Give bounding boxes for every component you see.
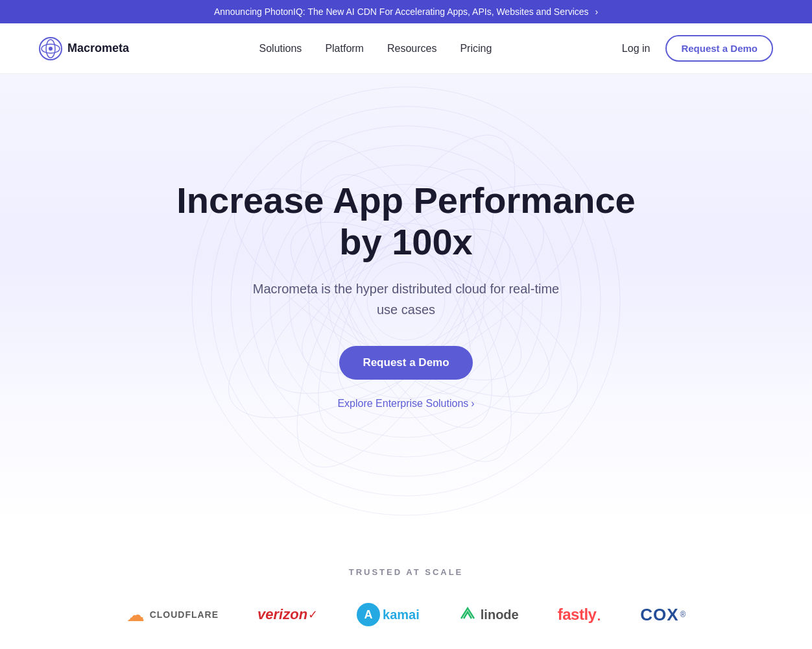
hero-explore-label: Explore Enterprise Solutions <box>337 398 468 409</box>
navbar: Macrometa Solutions Platform Resources P… <box>0 23 812 74</box>
nav-link-platform[interactable]: Platform <box>325 43 364 54</box>
announcement-banner[interactable]: Announcing PhotonIQ: The New AI CDN For … <box>0 0 812 23</box>
cox-trademark: ® <box>680 610 686 619</box>
trusted-label: TRUSTED AT SCALE <box>39 567 773 577</box>
announcement-text: Announcing PhotonIQ: The New AI CDN For … <box>214 6 589 17</box>
macrometa-logo-icon <box>39 37 62 60</box>
nav-links: Solutions Platform Resources Pricing <box>259 43 492 55</box>
verizon-checkmark: ✓ <box>308 607 318 622</box>
hero-explore-arrow: › <box>471 398 474 409</box>
nav-link-resources[interactable]: Resources <box>387 43 436 54</box>
nav-item-solutions[interactable]: Solutions <box>259 43 302 55</box>
nav-actions: Log in Request a Demo <box>622 35 773 62</box>
cox-logo: COX® <box>640 605 686 625</box>
svg-point-3 <box>49 47 53 51</box>
verizon-text: verizon <box>257 606 307 623</box>
nav-item-pricing[interactable]: Pricing <box>460 43 492 55</box>
hero-content: Increase App Performance by 100x Macrome… <box>163 180 649 410</box>
cloudflare-text: CLOUDFLARE <box>150 609 219 620</box>
akamai-icon: A <box>357 603 380 626</box>
hero-title: Increase App Performance by 100x <box>163 180 649 263</box>
nav-item-resources[interactable]: Resources <box>387 43 436 55</box>
fastly-dot: . <box>596 604 601 625</box>
hero-subtitle: Macrometa is the hyper distributed cloud… <box>244 278 568 320</box>
cox-text: COX <box>640 605 678 625</box>
fastly-text: fastly <box>558 606 597 624</box>
trusted-logos: ☁ CLOUDFLARE verizon✓ A kamai linode fas… <box>39 603 773 626</box>
cloudflare-icon: ☁ <box>126 604 145 626</box>
nav-link-solutions[interactable]: Solutions <box>259 43 302 54</box>
logo-text: Macrometa <box>67 42 129 55</box>
announcement-arrow: › <box>595 6 598 17</box>
hero-section: Increase App Performance by 100x Macrome… <box>0 74 812 528</box>
akamai-logo: A kamai <box>357 603 420 626</box>
linode-logo: linode <box>459 606 519 624</box>
trusted-section: TRUSTED AT SCALE ☁ CLOUDFLARE verizon✓ A… <box>0 528 812 649</box>
hero-cta-button[interactable]: Request a Demo <box>339 346 472 380</box>
hero-explore-link[interactable]: Explore Enterprise Solutions› <box>163 398 649 410</box>
login-link[interactable]: Log in <box>622 43 651 55</box>
logo-link[interactable]: Macrometa <box>39 37 129 60</box>
verizon-logo: verizon✓ <box>257 606 318 623</box>
fastly-logo: fastly. <box>558 604 601 625</box>
linode-text: linode <box>481 607 519 622</box>
linode-icon <box>459 606 477 624</box>
akamai-text: kamai <box>383 607 420 622</box>
nav-demo-button[interactable]: Request a Demo <box>665 35 773 62</box>
nav-link-pricing[interactable]: Pricing <box>460 43 492 54</box>
nav-item-platform[interactable]: Platform <box>325 43 364 55</box>
cloudflare-logo: ☁ CLOUDFLARE <box>126 604 219 626</box>
